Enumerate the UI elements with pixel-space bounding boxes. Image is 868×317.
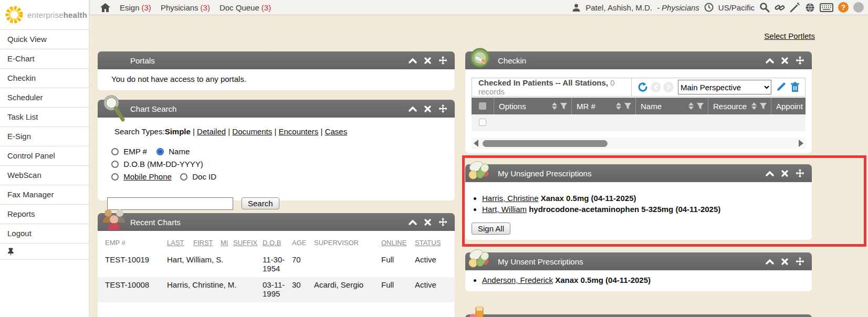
search-type-cases-link[interactable]: Cases — [325, 127, 348, 136]
sidebar-item-reports[interactable]: Reports — [0, 205, 89, 224]
emp-radio[interactable] — [111, 148, 119, 155]
sidebar-item-quick-view[interactable]: Quick View — [0, 30, 89, 49]
checkin-collapse-icon[interactable] — [766, 58, 774, 64]
search-icon[interactable] — [759, 2, 770, 13]
keyboard-icon[interactable] — [820, 3, 833, 12]
sidebar-item-control-panel[interactable]: Control Panel — [0, 146, 89, 166]
sign-all-button[interactable]: Sign All — [472, 223, 510, 235]
patient-link[interactable]: Harris, Christine — [482, 194, 539, 203]
portals-move-icon[interactable] — [438, 56, 447, 65]
current-user[interactable]: Patel, Ashish, M.D. — [585, 3, 652, 12]
timezone-label[interactable]: US/Pacific — [718, 3, 755, 12]
portals-portlet-body: You do not have access to any portals. — [98, 69, 455, 90]
wand-icon[interactable] — [790, 2, 800, 13]
checkin-move-icon[interactable] — [796, 56, 804, 65]
sidebar-item-webscan[interactable]: WebScan — [0, 166, 89, 185]
nav-physicians[interactable]: Physicians (3) — [161, 3, 210, 12]
prev-perspective-icon[interactable] — [651, 82, 661, 92]
col-online[interactable]: ONLINE — [381, 239, 406, 247]
patient-link[interactable]: Anderson, Frederick — [482, 276, 553, 284]
scroll-left-icon[interactable] — [474, 140, 478, 147]
search-type-documents-link[interactable]: Documents — [232, 127, 272, 136]
sidebar-item-scheduler[interactable]: Scheduler — [0, 88, 89, 108]
recent-charts-collapse-icon[interactable] — [409, 219, 417, 225]
chart-search-move-icon[interactable] — [438, 104, 447, 113]
col-last[interactable]: LAST — [167, 239, 184, 247]
sort-icon[interactable] — [616, 102, 621, 110]
unsent-rx-list: Anderson, Frederick Xanax 0.5mg (04-11-2… — [482, 276, 812, 284]
appointment-header-cell[interactable]: Appoint — [771, 98, 806, 114]
col-mi[interactable]: MI — [221, 239, 228, 247]
col-dob[interactable]: D.O.B — [263, 239, 281, 247]
sidebar-item-task-list[interactable]: Task List — [0, 108, 89, 127]
nav-esign[interactable]: Esign (3) — [120, 3, 151, 12]
nav-doc-queue[interactable]: Doc Queue (3) — [219, 3, 271, 12]
sidebar-item-logout[interactable]: Logout — [0, 224, 89, 244]
chart-search-collapse-icon[interactable] — [409, 106, 417, 112]
filter-icon[interactable] — [696, 102, 704, 110]
select-all-checkbox[interactable] — [479, 102, 486, 110]
chart-search-button[interactable]: Search — [242, 197, 279, 209]
nav-esign-count: (3) — [142, 3, 151, 12]
unsent-rx-collapse-icon[interactable] — [766, 259, 774, 265]
portals-collapse-icon[interactable] — [409, 58, 417, 64]
doc-id-radio[interactable] — [180, 173, 187, 181]
select-all-header-cell[interactable] — [472, 98, 494, 114]
patient-link[interactable]: Hart, William — [482, 205, 527, 214]
recent-charts-close-icon[interactable] — [424, 219, 431, 226]
next-perspective-icon[interactable] — [663, 82, 674, 92]
select-portlets-link[interactable]: Select Portlets — [764, 31, 815, 40]
edit-perspective-icon[interactable] — [776, 82, 786, 92]
mr-header-cell[interactable]: MR # — [571, 98, 635, 114]
sidebar-item-fax-manager[interactable]: Fax Manager — [0, 185, 89, 205]
filter-icon[interactable] — [759, 102, 767, 110]
chart-search-portlet-body: Search Types:Simple | Detailed | Documen… — [98, 118, 455, 200]
dob-radio[interactable] — [111, 161, 119, 168]
col-status[interactable]: STATUS — [415, 239, 441, 247]
sort-icon[interactable] — [552, 102, 557, 110]
unsigned-rx-move-icon[interactable] — [796, 169, 804, 178]
home-icon[interactable] — [100, 3, 110, 12]
delete-perspective-icon[interactable] — [790, 82, 800, 92]
recent-charts-move-icon[interactable] — [438, 218, 447, 227]
unsent-rx-move-icon[interactable] — [796, 257, 804, 266]
portals-close-icon[interactable] — [424, 57, 431, 64]
sort-icon[interactable] — [688, 102, 694, 110]
mobile-phone-radio[interactable] — [111, 173, 119, 181]
col-first[interactable]: FIRST — [193, 239, 213, 247]
search-type-detailed-link[interactable]: Detailed — [197, 127, 226, 136]
table-row[interactable]: TEST-10008 Harris, Christine, M. 03-11-1… — [98, 277, 455, 302]
link-icon[interactable] — [775, 2, 785, 13]
checkin-toolbar: Checked In Patients -- All Stations, 0 r… — [472, 78, 806, 97]
perspective-select[interactable]: Main Perspective — [678, 80, 771, 94]
sidebar-item-e-sign[interactable]: E-Sign — [0, 127, 89, 146]
search-type-encounters-link[interactable]: Encounters — [278, 127, 318, 136]
cell-status: Active — [415, 255, 436, 264]
scroll-right-icon[interactable] — [799, 140, 803, 147]
sort-icon[interactable] — [751, 102, 757, 110]
unsent-rx-close-icon[interactable] — [781, 258, 788, 265]
filter-icon[interactable] — [624, 102, 632, 110]
checkin-close-icon[interactable] — [781, 57, 788, 64]
globe-icon[interactable] — [805, 3, 815, 13]
filter-icon[interactable] — [560, 102, 568, 110]
row-checkbox[interactable] — [479, 119, 486, 126]
col-suffix[interactable]: SUFFIX — [233, 239, 257, 247]
avatar[interactable] — [853, 2, 864, 13]
unsigned-rx-collapse-icon[interactable] — [766, 171, 774, 176]
table-row[interactable]: TEST-10019 Hart, William, S. 11-30-1954 … — [98, 252, 455, 277]
chart-search-close-icon[interactable] — [424, 105, 431, 112]
name-header-cell[interactable]: Name — [635, 98, 708, 114]
scrollbar-thumb[interactable] — [483, 140, 608, 147]
help-icon[interactable]: ? — [838, 2, 849, 13]
name-radio[interactable] — [156, 148, 164, 155]
refresh-icon[interactable] — [637, 81, 649, 93]
resource-header-cell[interactable]: Resource — [708, 98, 771, 114]
clock-icon — [704, 3, 714, 12]
options-header-cell[interactable]: Options — [494, 98, 571, 114]
unsigned-rx-close-icon[interactable] — [781, 170, 788, 177]
pin-icon[interactable] — [7, 248, 14, 256]
sidebar-item-e-chart[interactable]: E-Chart — [0, 49, 89, 69]
mobile-phone-radio-label[interactable]: Mobile Phone — [123, 172, 172, 181]
sidebar-item-checkin[interactable]: Checkin — [0, 69, 89, 88]
